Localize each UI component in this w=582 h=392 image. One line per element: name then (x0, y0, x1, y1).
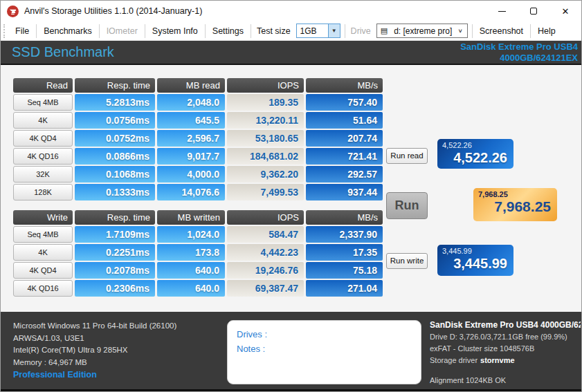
row-label-128k[interactable]: 128K (13, 184, 73, 200)
window-controls: ✕ (486, 1, 581, 21)
menu-settings[interactable]: Settings (206, 24, 251, 39)
menu-iometer: IOmeter (100, 24, 145, 39)
cell-seq-4mb-mb-s: 757.40 (306, 94, 383, 111)
row-label-4k[interactable]: 4K (13, 244, 73, 261)
column-header-mb-s: MB/s (306, 210, 383, 225)
column-header-write: Write (13, 210, 73, 225)
cell-seq-4mb-resp-time: 1.7109ms (75, 226, 155, 243)
cell-4k-qd4-mb-read: 2,596.7 (157, 130, 225, 147)
column-header-iops: IOPS (227, 78, 304, 93)
drive-info-line: Drive D: 3,726.0/3,721.1GB free (99.9%) (430, 331, 581, 343)
column-header-mb-written: MB written (157, 210, 225, 225)
cell-4k-qd16-mb-s: 271.04 (306, 280, 383, 297)
menu-help[interactable]: Help (531, 24, 563, 39)
title-bar: Anvil's Storage Utilities 1.1.0 (2014-Ja… (1, 1, 581, 21)
cell-4k-qd16-iops: 69,387.47 (227, 280, 304, 297)
cell-4k-qd16-mb-written: 640.0 (157, 280, 225, 297)
toolstrip-grip[interactable] (3, 24, 6, 38)
column-header-iops: IOPS (227, 210, 304, 225)
cell-4k-resp-time: 0.2251ms (75, 244, 155, 261)
menu-bar: File Benchmarks IOmeter System Info Sett… (1, 21, 581, 41)
cell-32k-mb-s: 292.57 (306, 166, 383, 183)
drive-icon: ▤ (377, 26, 390, 35)
write-score-box: 3,445.99 3,445.99 (437, 245, 513, 276)
close-icon: ✕ (562, 7, 570, 16)
column-header-mb-read: MB read (157, 78, 225, 93)
menu-system-info[interactable]: System Info (145, 24, 205, 39)
system-info-line: Microsoft Windows 11 Pro 64-bit Build (2… (13, 320, 176, 333)
storage-driver-line: Storage driverstornvme (430, 355, 581, 366)
cell-4k-qd16-resp-time: 0.0866ms (75, 148, 155, 165)
device-name: SanDisk Extreme Pro USB4 4000GB/624121EX (460, 41, 578, 64)
device-name-line1: SanDisk Extreme Pro USB4 (460, 41, 578, 53)
write-score-small: 3,445.99 (437, 245, 513, 255)
app-icon (7, 6, 19, 17)
cell-4k-resp-time: 0.0756ms (75, 112, 155, 129)
close-button[interactable]: ✕ (549, 1, 581, 21)
menu-screenshot[interactable]: Screenshot (473, 24, 530, 39)
read-score-box: 4,522.26 4,522.26 (437, 139, 513, 169)
edition-label: Professional Edition (13, 370, 97, 380)
write-results-table: WriteResp. timeMB writtenIOPSMB/sSeq 4MB… (13, 210, 383, 297)
app-window: Anvil's Storage Utilities 1.1.0 (2014-Ja… (0, 0, 582, 392)
drive-select[interactable]: ▤ d: [extreme pro] ∨ (376, 24, 468, 38)
row-label-4k-qd16[interactable]: 4K QD16 (13, 280, 73, 297)
total-score-small: 7,968.25 (473, 188, 557, 198)
cell-4k-qd4-resp-time: 0.2078ms (75, 262, 155, 279)
test-size-select[interactable]: 1GB ▼ (296, 24, 340, 38)
cell-seq-4mb-mb-s: 2,337.90 (306, 226, 383, 243)
maximize-icon (530, 8, 537, 15)
system-info-block: Microsoft Windows 11 Pro 64-bit Build (2… (13, 320, 176, 368)
cell-4k-qd16-resp-time: 0.2306ms (75, 280, 155, 297)
row-label-4k-qd4[interactable]: 4K QD4 (13, 130, 73, 147)
notes-label: Notes : (237, 342, 412, 356)
drive-info-title: SanDisk Extreme Pro USB4 4000GB/624121EX (430, 319, 581, 331)
column-header-resp-time: Resp. time (75, 78, 155, 93)
row-label-4k-qd16[interactable]: 4K QD16 (13, 148, 73, 165)
footer-panel: Microsoft Windows 11 Pro 64-bit Build (2… (1, 312, 581, 389)
total-score-box: 7,968.25 7,968.25 (473, 188, 557, 221)
chevron-down-icon: ∨ (457, 28, 466, 34)
drive-label: Drive (345, 26, 376, 36)
minimize-button[interactable] (486, 1, 518, 21)
cell-4k-qd4-mb-s: 207.74 (306, 130, 383, 147)
dropdown-arrow-icon[interactable]: ▼ (328, 24, 340, 37)
benchmark-header-strip: SSD Benchmark SanDisk Extreme Pro USB4 4… (1, 41, 581, 65)
anvil-icon (9, 8, 17, 15)
cell-4k-qd16-mb-read: 9,017.7 (157, 148, 225, 165)
system-info-line: ARWSA/1.03, U3E1 (13, 333, 176, 345)
cell-128k-mb-read: 14,076.6 (157, 184, 225, 200)
column-header-mb-s: MB/s (306, 78, 383, 93)
cell-seq-4mb-mb-written: 1,024.0 (157, 226, 225, 243)
cell-4k-mb-written: 173.8 (157, 244, 225, 261)
cell-seq-4mb-resp-time: 5.2813ms (75, 94, 155, 111)
cell-32k-resp-time: 0.1068ms (75, 166, 155, 183)
run-write-button[interactable]: Run write (386, 253, 428, 269)
menu-benchmarks[interactable]: Benchmarks (37, 24, 98, 39)
run-button[interactable]: Run (386, 192, 428, 219)
cell-128k-mb-s: 937.44 (306, 184, 383, 200)
drive-info-line: exFAT - Cluster size 1048576B (430, 343, 581, 355)
maximize-button[interactable] (518, 1, 549, 21)
cell-4k-qd4-mb-s: 75.18 (306, 262, 383, 279)
cell-128k-iops: 7,499.53 (227, 184, 304, 200)
row-label-seq-4mb[interactable]: Seq 4MB (13, 226, 73, 243)
cell-4k-qd16-iops: 184,681.02 (227, 148, 304, 165)
menu-file[interactable]: File (8, 24, 36, 39)
drive-value: d: [extreme pro] (390, 26, 457, 36)
row-label-seq-4mb[interactable]: Seq 4MB (13, 94, 73, 111)
drive-info-block: SanDisk Extreme Pro USB4 4000GB/624121EX… (430, 319, 581, 392)
row-label-4k[interactable]: 4K (13, 112, 73, 129)
cell-4k-iops: 4,442.23 (227, 244, 304, 261)
column-header-resp-time: Resp. time (75, 210, 155, 225)
write-score-value: 3,445.99 (437, 255, 513, 272)
read-results-table: ReadResp. timeMB readIOPSMB/sSeq 4MB5.28… (13, 78, 383, 200)
row-label-4k-qd4[interactable]: 4K QD4 (13, 262, 73, 279)
cell-4k-qd4-iops: 53,180.65 (227, 130, 304, 147)
spacer (430, 366, 581, 375)
run-read-button[interactable]: Run read (386, 148, 428, 164)
drive-info-top-lines: Drive D: 3,726.0/3,721.1GB free (99.9%)e… (430, 331, 581, 355)
notes-box[interactable]: Drives : Notes : (227, 320, 421, 384)
row-label-32k[interactable]: 32K (13, 166, 73, 183)
read-score-value: 4,522.26 (437, 149, 513, 166)
